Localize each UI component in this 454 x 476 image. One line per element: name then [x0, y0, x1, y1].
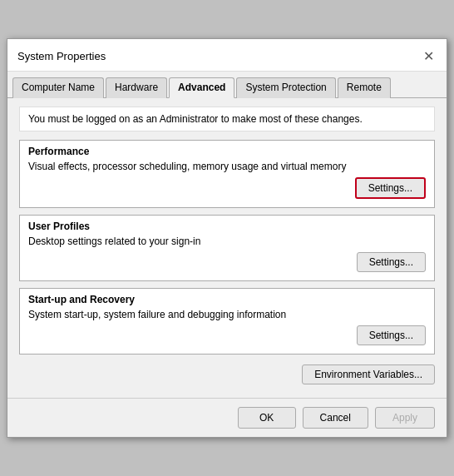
- performance-settings-button[interactable]: Settings...: [355, 177, 426, 199]
- tab-computer-name[interactable]: Computer Name: [12, 77, 104, 98]
- startup-header: Start-up and Recovery: [20, 289, 434, 305]
- startup-btn-row: Settings...: [28, 325, 426, 345]
- user-profiles-btn-row: Settings...: [28, 252, 426, 272]
- user-profiles-desc: Desktop settings related to your sign-in: [28, 236, 426, 247]
- system-properties-dialog: System Properties ✕ Computer Name Hardwa…: [7, 38, 447, 438]
- startup-section: Start-up and Recovery System start-up, s…: [19, 288, 435, 355]
- startup-settings-button[interactable]: Settings...: [357, 325, 426, 345]
- tab-remote[interactable]: Remote: [338, 77, 391, 98]
- tab-system-protection[interactable]: System Protection: [236, 77, 335, 98]
- startup-body: System start-up, system failure and debu…: [20, 305, 434, 354]
- user-profiles-section: User Profiles Desktop settings related t…: [19, 215, 435, 281]
- user-profiles-header: User Profiles: [20, 216, 434, 232]
- user-profiles-body: Desktop settings related to your sign-in…: [20, 232, 434, 280]
- performance-desc: Visual effects, processor scheduling, me…: [28, 161, 426, 172]
- performance-section: Performance Visual effects, processor sc…: [19, 140, 435, 208]
- close-button[interactable]: ✕: [418, 46, 438, 66]
- user-profiles-settings-button[interactable]: Settings...: [357, 252, 426, 272]
- performance-header: Performance: [20, 141, 434, 157]
- ok-button[interactable]: OK: [238, 407, 296, 429]
- cancel-button[interactable]: Cancel: [303, 407, 368, 429]
- tab-content: You must be logged on as an Administrato…: [7, 98, 447, 398]
- tab-advanced[interactable]: Advanced: [169, 77, 234, 98]
- environment-variables-button[interactable]: Environment Variables...: [302, 364, 435, 384]
- title-bar: System Properties ✕: [7, 39, 447, 72]
- apply-button[interactable]: Apply: [375, 407, 435, 429]
- performance-btn-row: Settings...: [28, 177, 426, 199]
- tab-hardware[interactable]: Hardware: [106, 77, 167, 98]
- performance-body: Visual effects, processor scheduling, me…: [20, 157, 434, 207]
- env-variables-row: Environment Variables...: [19, 361, 435, 389]
- startup-desc: System start-up, system failure and debu…: [28, 309, 426, 320]
- dialog-buttons: OK Cancel Apply: [7, 398, 447, 437]
- admin-notice: You must be logged on as an Administrato…: [19, 107, 435, 131]
- tab-bar: Computer Name Hardware Advanced System P…: [7, 72, 447, 98]
- dialog-title: System Properties: [17, 50, 106, 62]
